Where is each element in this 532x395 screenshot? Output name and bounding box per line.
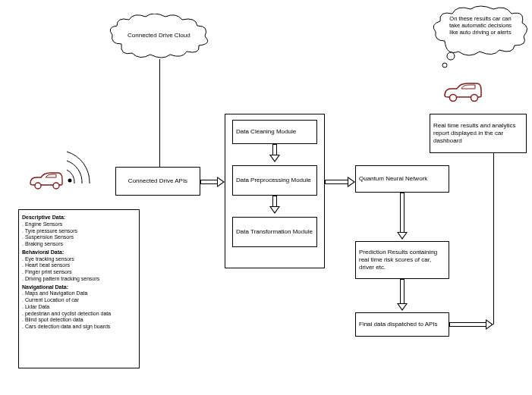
qnn-label: Quantum Neural Network bbox=[359, 175, 427, 183]
arrow-qnn-prediction bbox=[398, 193, 407, 240]
arrow-preproc-transform bbox=[270, 196, 279, 214]
list-item: Heart beat sensors bbox=[22, 262, 136, 269]
data-transformation-label: Data Transformation Module bbox=[236, 228, 313, 236]
data-transformation-box: Data Transformation Module bbox=[232, 217, 317, 247]
svg-point-4 bbox=[471, 95, 478, 102]
data-preprocessing-label: Data Preprocessing Module bbox=[236, 177, 311, 184]
data-preprocessing-box: Data Preprocessing Module bbox=[232, 165, 317, 196]
arrow-dispatch-right bbox=[449, 320, 493, 329]
qnn-box: Quantum Neural Network bbox=[355, 165, 449, 193]
list-item: Lidar Data bbox=[22, 304, 136, 311]
signal-icon bbox=[65, 150, 100, 185]
dashboard-label: Real time results and analytics report d… bbox=[433, 122, 523, 145]
list-item: pedestrian and cyclist detection data bbox=[22, 311, 136, 318]
svg-point-5 bbox=[447, 52, 455, 60]
data-cleaning-label: Data Cleaning Module bbox=[236, 128, 296, 136]
cloud-label: Connected Drive Cloud bbox=[127, 32, 190, 39]
svg-point-0 bbox=[35, 183, 41, 189]
descriptive-title: Descriptive Data: bbox=[22, 215, 136, 221]
list-item: Eye tracking sensors bbox=[22, 256, 136, 263]
prediction-box: Prediction Results containing real time … bbox=[355, 241, 449, 279]
dispatch-label: Final data dispatched to APIs bbox=[359, 321, 438, 328]
list-item: Maps and Navigation Data bbox=[22, 290, 136, 297]
arrow-prediction-dispatch bbox=[398, 279, 407, 311]
car-right bbox=[442, 80, 484, 103]
list-item: Braking sensors bbox=[22, 241, 136, 248]
list-item: Cars detection data and sign boards bbox=[22, 324, 136, 331]
arrow-cleaning-preproc bbox=[270, 144, 279, 162]
list-item: Finger print sensors bbox=[22, 269, 136, 276]
dispatch-box: Final data dispatched to APIs bbox=[355, 312, 449, 337]
connector-cloud-api bbox=[159, 59, 160, 167]
svg-point-6 bbox=[442, 63, 447, 67]
svg-point-2 bbox=[68, 179, 72, 183]
prediction-label: Prediction Results containing real time … bbox=[359, 249, 445, 271]
list-item: Blind spot detection data bbox=[22, 317, 136, 324]
thought-label: On these results car can take automatic … bbox=[446, 15, 515, 36]
api-label: Connected Drive APIs bbox=[128, 177, 187, 185]
list-item: Engine Sensors bbox=[22, 221, 136, 228]
car-left bbox=[27, 170, 65, 191]
svg-point-3 bbox=[450, 95, 457, 102]
data-cleaning-box: Data Cleaning Module bbox=[232, 120, 317, 144]
data-categories-box: Descriptive Data: Engine Sensors Tyre pr… bbox=[18, 209, 140, 368]
list-item: Current Location of car bbox=[22, 297, 136, 304]
list-item: Suspension Sensors bbox=[22, 234, 136, 241]
api-box: Connected Drive APIs bbox=[115, 167, 200, 196]
connector-dispatch-dashboard bbox=[493, 153, 494, 324]
dashboard-box: Real time results and analytics report d… bbox=[430, 114, 527, 153]
navigational-title: Navigational Data: bbox=[22, 284, 136, 291]
list-item: Driving pattern tracking sensors bbox=[22, 276, 136, 283]
list-item: Tyre pressure sensors bbox=[22, 228, 136, 235]
svg-point-1 bbox=[53, 183, 59, 189]
behavioral-title: Behavioral Data: bbox=[22, 249, 136, 256]
arrow-pipeline-qnn bbox=[325, 177, 355, 187]
arrow-api-pipeline bbox=[200, 177, 225, 187]
